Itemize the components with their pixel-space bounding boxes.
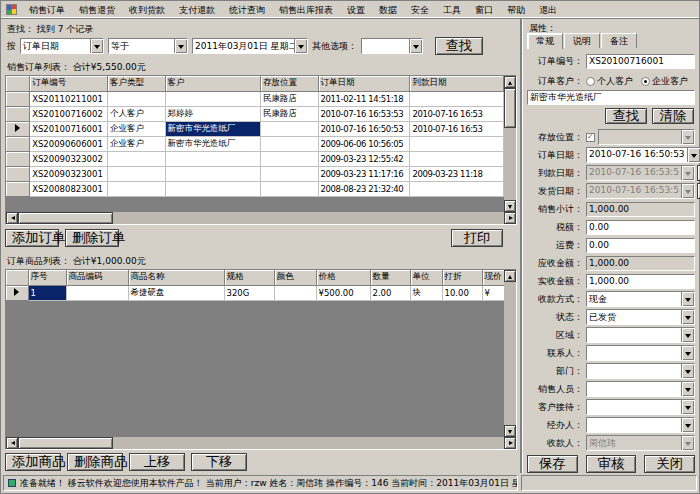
scrollbar-thumb[interactable]	[18, 212, 113, 224]
col-header-name[interactable]: 商品名称	[128, 270, 224, 285]
chevron-down-icon[interactable]	[681, 364, 694, 378]
move-down-button[interactable]: 下移	[191, 453, 247, 471]
col-header-order-date[interactable]: 订单日期	[318, 76, 410, 91]
order-date-combo[interactable]: 2010-07-16 16:50:53	[586, 147, 700, 163]
scrollbar-thumb[interactable]	[18, 437, 113, 449]
col-header-price[interactable]: 价格	[316, 270, 370, 285]
chevron-down-icon[interactable]	[687, 148, 700, 162]
order-row[interactable]: XS20090606001 企业客户 新密市华光造纸厂 2009-06-06 1…	[6, 136, 504, 151]
scroll-left-icon[interactable]	[6, 212, 18, 224]
order-cell[interactable]: XS20080823001	[30, 181, 108, 196]
location-combo[interactable]	[598, 129, 695, 145]
col-header-unit[interactable]: 单位	[410, 270, 442, 285]
row-selector[interactable]	[6, 151, 30, 166]
row-selector[interactable]	[6, 136, 30, 151]
menu-item-data[interactable]: 数据	[372, 1, 404, 19]
filter-field-combo[interactable]: 订单日期	[20, 38, 104, 54]
order-cell[interactable]: 个人客户	[108, 106, 166, 121]
col-header-pay-date[interactable]: 到款日期	[410, 76, 504, 91]
order-cell[interactable]: 2009-03-23 11:18	[410, 166, 504, 181]
order-cell[interactable]	[410, 136, 504, 151]
scroll-right-icon[interactable]	[504, 212, 516, 224]
menu-item-help[interactable]: 帮助	[500, 1, 532, 19]
chevron-down-icon[interactable]	[174, 39, 187, 53]
location-checkbox[interactable]	[586, 133, 595, 142]
close-button[interactable]: 关闭	[644, 455, 695, 473]
scroll-right-icon[interactable]	[504, 437, 516, 449]
move-up-button[interactable]: 上移	[129, 453, 185, 471]
order-row[interactable]: XS20100716002 个人客户 郑婷婷 民康路店 2010-07-16 1…	[6, 106, 504, 121]
col-header-discount[interactable]: 打折	[442, 270, 482, 285]
order-cell[interactable]	[410, 91, 504, 106]
add-product-button[interactable]: 添加商品	[5, 453, 61, 471]
audit-button[interactable]: 审核	[586, 455, 637, 473]
menu-item-settings[interactable]: 设置	[340, 1, 372, 19]
tab-description[interactable]: 说明	[564, 33, 600, 48]
order-cell[interactable]: 民康路店	[261, 106, 319, 121]
chevron-down-icon[interactable]	[90, 39, 103, 53]
row-selector[interactable]	[6, 106, 30, 121]
col-header-color[interactable]: 颜色	[274, 270, 316, 285]
order-cell[interactable]: 2010-07-16 16:53:53	[318, 106, 410, 121]
menu-item-sales-return[interactable]: 销售退货	[72, 1, 122, 19]
col-header-seq[interactable]: 序号	[28, 270, 66, 285]
order-cell[interactable]	[261, 136, 319, 151]
scroll-up-icon[interactable]	[504, 270, 516, 282]
scroll-up-icon[interactable]	[504, 76, 516, 88]
order-cell[interactable]: 企业客户	[108, 121, 166, 136]
menu-item-outbound-report[interactable]: 销售出库报表	[272, 1, 340, 19]
panel-find-button[interactable]: 查找	[605, 108, 647, 124]
orders-horizontal-scrollbar[interactable]	[6, 212, 516, 224]
received-input[interactable]	[586, 274, 695, 289]
order-cell[interactable]	[261, 166, 319, 181]
tab-remark[interactable]: 备注	[601, 33, 637, 48]
order-cell[interactable]: 2010-07-16 16:53	[410, 121, 504, 136]
status-combo[interactable]: 已发货	[586, 309, 695, 325]
order-cell[interactable]	[108, 151, 166, 166]
order-cell[interactable]: XS20100716001	[30, 121, 108, 136]
col-header-spec[interactable]: 规格	[224, 270, 274, 285]
order-cell[interactable]	[165, 151, 260, 166]
product-cell[interactable]: 2.00	[370, 285, 410, 300]
order-cell[interactable]: 郑婷婷	[165, 106, 260, 121]
reception-combo[interactable]	[586, 399, 695, 415]
order-cell[interactable]: 民康路店	[261, 91, 319, 106]
panel-clear-button[interactable]: 清除	[652, 108, 694, 124]
add-order-button[interactable]: 添加订单	[5, 229, 59, 247]
print-button[interactable]: 打印	[451, 229, 503, 247]
menu-item-pay-refund[interactable]: 支付退款	[172, 1, 222, 19]
col-header-final-price[interactable]: 现价	[482, 270, 504, 285]
order-cell[interactable]	[108, 181, 166, 196]
order-row-selected[interactable]: XS20100716001 企业客户 新密市华光造纸厂 2010-07-16 1…	[6, 121, 504, 136]
order-no-input[interactable]	[586, 54, 695, 69]
pay-method-combo[interactable]: 现金	[586, 291, 695, 307]
order-cell[interactable]	[261, 121, 319, 136]
chevron-down-icon[interactable]	[409, 39, 422, 53]
product-cell-selected[interactable]: 1	[28, 285, 66, 300]
freight-input[interactable]	[586, 238, 695, 253]
order-row[interactable]: XS20110211001 民康路店 2011-02-11 14:51:18	[6, 91, 504, 106]
scroll-down-icon[interactable]	[504, 200, 516, 212]
salesperson-combo[interactable]	[586, 381, 695, 397]
order-cell[interactable]	[410, 181, 504, 196]
contact-combo[interactable]	[586, 345, 695, 361]
delete-product-button[interactable]: 删除商品	[67, 453, 123, 471]
chevron-down-icon[interactable]	[681, 400, 694, 414]
products-horizontal-scrollbar[interactable]	[6, 437, 516, 449]
orders-vertical-scrollbar[interactable]	[504, 76, 516, 212]
order-cell[interactable]: 企业客户	[108, 136, 166, 151]
order-cell[interactable]: 2009-03-23 11:17:16	[318, 166, 410, 181]
filter-date-combo[interactable]: 2011年03月01日 星期二	[192, 38, 308, 54]
tax-input[interactable]	[586, 220, 695, 235]
region-combo[interactable]	[586, 327, 695, 343]
menu-item-security[interactable]: 安全	[404, 1, 436, 19]
handler-combo[interactable]	[586, 417, 695, 433]
filter-operator-combo[interactable]: 等于	[108, 38, 188, 54]
row-selector[interactable]	[6, 166, 30, 181]
col-header-code[interactable]: 商品编码	[66, 270, 128, 285]
chevron-down-icon[interactable]	[681, 346, 694, 360]
col-header-qty[interactable]: 数量	[370, 270, 410, 285]
chevron-down-icon[interactable]	[681, 328, 694, 342]
department-combo[interactable]	[586, 363, 695, 379]
chevron-down-icon[interactable]	[294, 39, 307, 53]
